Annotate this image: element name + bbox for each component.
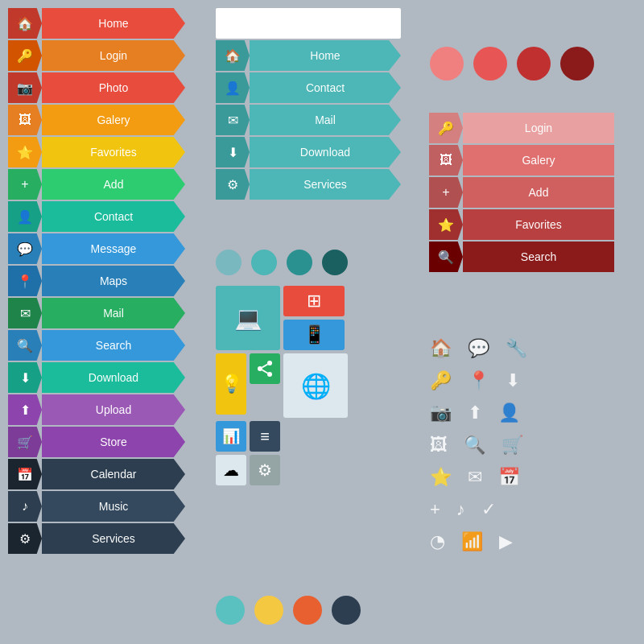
menu-label: Calendar [42, 459, 185, 489]
menu-icon-calendar: 📅 [17, 467, 33, 482]
swatch-b3 [293, 596, 322, 625]
tile-grid-icon: ⊞ [283, 286, 345, 316]
left-menu-item-contact[interactable]: 👤 Contact [8, 201, 185, 232]
menu-icon-music: ♪ [22, 499, 28, 514]
red-menu: 🔑 Login 🖼 Galery + Add ⭐ Favorites 🔍 Sea… [429, 113, 614, 274]
icon-mail: ✉ [468, 467, 482, 488]
menu-icon-upload: ⬆ [20, 402, 31, 418]
svg-point-2 [267, 372, 272, 377]
icon-camera: 📷 [430, 402, 452, 423]
icon-pie: ◔ [430, 531, 445, 552]
menu-icon-store: 🛒 [17, 435, 33, 450]
icon-music: ♪ [456, 499, 465, 520]
swatch-teal-3 [287, 250, 312, 275]
center-menu-item-contact[interactable]: 👤 Contact [216, 72, 401, 103]
icon-key: 🔑 [430, 370, 452, 391]
red-icon-galery: 🖼 [440, 153, 452, 167]
red-label: Galery [463, 145, 614, 175]
left-menu-item-message[interactable]: 💬 Message [8, 233, 185, 264]
swatch-b4 [332, 596, 361, 625]
menu-label: Message [42, 233, 185, 264]
menu-label: Add [42, 169, 185, 200]
red-menu-item-favorites[interactable]: ⭐ Favorites [429, 209, 614, 240]
swatch-teal-1 [216, 250, 242, 275]
menu-icon-message: 💬 [17, 242, 33, 257]
tile-bulb: 💡 [216, 353, 246, 415]
left-menu-item-upload[interactable]: ⬆ Upload [8, 394, 185, 425]
menu-label: Favorites [42, 137, 185, 167]
svg-line-4 [262, 365, 268, 368]
center-menu-item-mail[interactable]: ✉ Mail [216, 105, 401, 135]
left-menu-item-photo[interactable]: 📷 Photo [8, 72, 185, 103]
menu-icon-maps: 📍 [17, 274, 33, 289]
swatch-b2 [254, 596, 283, 625]
left-menu-item-calendar[interactable]: 📅 Calendar [8, 459, 185, 489]
red-swatches [430, 47, 594, 80]
menu-icon-search: 🔍 [17, 338, 33, 353]
red-menu-item-galery[interactable]: 🖼 Galery [429, 145, 614, 175]
left-menu-item-home[interactable]: 🏠 Home [8, 8, 185, 39]
icon-pin: 📍 [468, 370, 489, 391]
center-menu-item-download[interactable]: ⬇ Download [216, 137, 401, 167]
tile-gear: ⚙ [250, 455, 280, 485]
left-menu-item-search[interactable]: 🔍 Search [8, 330, 185, 361]
icon-user: 👤 [498, 402, 520, 423]
menu-icon-favorites: ⭐ [17, 145, 33, 160]
menu-icon-login: 🔑 [17, 48, 33, 64]
left-menu-item-store[interactable]: 🛒 Store [8, 427, 185, 457]
left-menu-item-galery[interactable]: 🖼 Galery [8, 105, 185, 135]
left-menu-item-mail[interactable]: ✉ Mail [8, 298, 185, 328]
center-label: Home [250, 40, 401, 71]
teal-swatches [216, 250, 348, 275]
icon-tools: 🔧 [506, 338, 527, 359]
swatch-teal-2 [251, 250, 277, 275]
swatch-1 [430, 47, 464, 80]
icon-download: ⬇ [506, 370, 520, 391]
menu-icon-home: 🏠 [17, 16, 33, 31]
left-menu: 🏠 Home 🔑 Login 📷 Photo 🖼 Galery ⭐ Favori… [8, 8, 185, 555]
center-menu-item-services[interactable]: ⚙ Services [216, 169, 401, 200]
menu-label: Maps [42, 266, 185, 296]
icons-section: 🏠 💬 🔧 🔑 📍 ⬇ 📷 ⬆ 👤 🖼 🔍 🛒 ⭐ ✉ 📅 + ♪ ✓ ◔ 📶 … [430, 338, 527, 564]
red-menu-item-add[interactable]: + Add [429, 177, 614, 208]
menu-label: Store [42, 427, 185, 457]
left-menu-item-music[interactable]: ♪ Music [8, 491, 185, 522]
left-menu-item-download[interactable]: ⬇ Download [8, 362, 185, 393]
red-label: Login [463, 113, 614, 143]
red-menu-item-search[interactable]: 🔍 Search [429, 242, 614, 272]
icon-wifi: 📶 [461, 531, 483, 552]
tile-chart: 📊 [216, 421, 246, 452]
swatch-b1 [216, 596, 245, 625]
icon-cart: 🛒 [502, 435, 523, 456]
red-menu-item-login[interactable]: 🔑 Login [429, 113, 614, 143]
center-label: Services [250, 169, 401, 200]
red-label: Add [463, 177, 614, 208]
menu-icon-galery: 🖼 [19, 113, 31, 127]
menu-icon-contact: 👤 [17, 209, 33, 225]
red-icon-login: 🔑 [438, 121, 454, 136]
icon-image: 🖼 [430, 435, 448, 456]
menu-label: Download [42, 362, 185, 393]
center-icon-contact: 👤 [225, 80, 241, 96]
center-label: Download [250, 137, 401, 167]
center-menu-item-home[interactable]: 🏠 Home [216, 40, 401, 71]
menu-icon-mail: ✉ [20, 306, 31, 321]
tile-lines: ≡ [250, 421, 280, 452]
svg-point-0 [267, 361, 272, 365]
left-menu-item-maps[interactable]: 📍 Maps [8, 266, 185, 296]
icon-message: 💬 [468, 338, 489, 359]
icon-home: 🏠 [430, 338, 452, 359]
svg-point-1 [258, 366, 262, 371]
left-menu-item-favorites[interactable]: ⭐ Favorites [8, 137, 185, 167]
left-menu-item-login[interactable]: 🔑 Login [8, 40, 185, 71]
menu-label: Upload [42, 394, 185, 425]
left-menu-item-services[interactable]: ⚙ Services [8, 523, 185, 554]
menu-label: Mail [42, 298, 185, 328]
red-icon-search: 🔍 [438, 250, 454, 265]
tile-laptop: 💻 [216, 286, 280, 350]
left-menu-item-add[interactable]: + Add [8, 169, 185, 200]
menu-icon-download: ⬇ [20, 370, 31, 386]
center-icon-services: ⚙ [227, 177, 238, 192]
menu-label: Login [42, 40, 185, 71]
center-icon-mail: ✉ [228, 113, 238, 128]
